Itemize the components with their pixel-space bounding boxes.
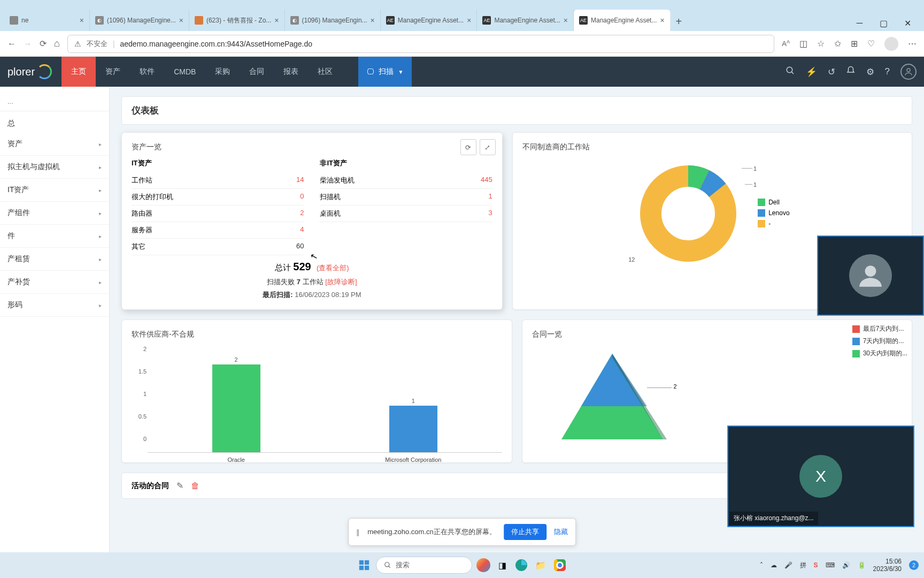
diagnose-link[interactable]: [故障诊断] bbox=[325, 278, 357, 286]
extensions-icon[interactable]: ♡ bbox=[867, 39, 875, 49]
expand-card-button[interactable]: ⤢ bbox=[480, 139, 496, 155]
reader-icon[interactable]: ◫ bbox=[799, 39, 807, 49]
close-tab-icon[interactable]: × bbox=[371, 16, 375, 25]
bell-icon[interactable] bbox=[846, 66, 856, 78]
taskbar-app-explorer[interactable]: 📁 bbox=[533, 558, 548, 573]
nav-item-资产[interactable]: 资产 bbox=[96, 57, 130, 87]
tray-onedrive-icon[interactable]: ☁ bbox=[771, 561, 777, 569]
close-tab-icon[interactable]: × bbox=[564, 16, 568, 25]
tray-volume-icon[interactable]: 🔊 bbox=[842, 561, 850, 569]
start-button[interactable] bbox=[357, 558, 372, 573]
sidebar-search[interactable]: ... bbox=[0, 92, 109, 111]
search-icon[interactable] bbox=[786, 66, 795, 78]
taskbar-app-edge[interactable] bbox=[514, 558, 529, 573]
refresh-button[interactable]: ⟳ bbox=[40, 39, 47, 49]
home-button[interactable]: ⌂ bbox=[54, 38, 60, 49]
bar-group: 1Microsoft Corporation bbox=[334, 356, 493, 452]
profile-button[interactable] bbox=[884, 37, 898, 51]
browser-tab[interactable]: ne× bbox=[4, 10, 90, 31]
sidebar-item[interactable]: 资产▸ bbox=[0, 133, 109, 156]
monitor-icon: 🖵 bbox=[367, 67, 374, 76]
user-menu[interactable] bbox=[900, 64, 917, 80]
nav-item-合同[interactable]: 合同 bbox=[240, 57, 274, 87]
legend-item: Lenovo bbox=[758, 209, 789, 217]
menu-button[interactable]: ⋯ bbox=[908, 39, 917, 49]
browser-tab[interactable]: AEManageEngine Asset...× bbox=[381, 10, 478, 31]
tray-notification-icon[interactable]: 2 bbox=[909, 560, 919, 570]
taskbar-app-chrome[interactable] bbox=[552, 558, 567, 573]
minimize-button[interactable]: ─ bbox=[848, 15, 872, 31]
asset-row: 很大的打印机0 bbox=[132, 189, 304, 206]
svg-rect-11 bbox=[359, 560, 364, 565]
bolt-icon[interactable]: ⚡ bbox=[806, 66, 817, 78]
svg-rect-13 bbox=[359, 566, 364, 570]
taskbar-search[interactable]: 搜索 bbox=[376, 557, 472, 574]
tab-title: ne bbox=[21, 17, 76, 24]
close-tab-icon[interactable]: × bbox=[660, 16, 664, 25]
taskbar-app-task-view[interactable]: ◨ bbox=[495, 558, 510, 573]
sidebar-item[interactable]: 产租赁▸ bbox=[0, 248, 109, 271]
maximize-button[interactable]: ▢ bbox=[872, 15, 896, 31]
refresh-card-button[interactable]: ⟳ bbox=[460, 139, 476, 155]
browser-tab[interactable]: AEManageEngine Asset...× bbox=[574, 10, 671, 31]
url-input[interactable]: ⚠ 不安全 | aedemo.manageengine.com.cn:9443/… bbox=[67, 35, 774, 53]
nav-item-采购[interactable]: 采购 bbox=[205, 57, 240, 87]
taskbar-app-widget[interactable] bbox=[476, 558, 490, 572]
nav-item-社区[interactable]: 社区 bbox=[308, 57, 342, 87]
close-tab-icon[interactable]: × bbox=[274, 16, 279, 25]
tray-clock[interactable]: 15:06 2023/6/30 bbox=[873, 558, 902, 573]
close-tab-icon[interactable]: × bbox=[179, 16, 183, 25]
collections-icon[interactable]: ⊞ bbox=[851, 39, 858, 49]
close-window-button[interactable]: ✕ bbox=[896, 15, 920, 31]
asset-row: 工作站14 bbox=[132, 172, 304, 189]
edit-icon[interactable]: ✎ bbox=[176, 481, 183, 491]
card-title: 资产一览 bbox=[132, 142, 492, 152]
delete-icon[interactable]: 🗑 bbox=[191, 481, 199, 491]
forward-button[interactable]: → bbox=[24, 39, 32, 49]
legend-swatch-icon bbox=[758, 220, 765, 227]
new-tab-button[interactable]: + bbox=[671, 12, 688, 31]
tray-chevron-icon[interactable]: ˄ bbox=[760, 561, 763, 569]
app-logo[interactable]: plorer bbox=[7, 64, 52, 79]
scan-button[interactable]: 🖵 扫描 ▼ bbox=[358, 57, 412, 87]
tray-ime-icon[interactable]: 拼 bbox=[800, 561, 806, 570]
nav-item-报表[interactable]: 报表 bbox=[274, 57, 308, 87]
video-tile-participant[interactable]: X 张小榕 xiaorong.zhang@z... bbox=[727, 425, 914, 527]
nav-item-CMDB[interactable]: CMDB bbox=[164, 57, 205, 87]
nav-item-软件[interactable]: 软件 bbox=[130, 57, 164, 87]
hide-sharing-button[interactable]: 隐藏 bbox=[554, 527, 568, 537]
sidebar-item[interactable]: 件▸ bbox=[0, 225, 109, 248]
svg-point-0 bbox=[787, 67, 792, 73]
text-size-icon[interactable]: AA bbox=[782, 39, 790, 48]
sidebar-item[interactable]: 产组件▸ bbox=[0, 202, 109, 225]
donut-chart bbox=[635, 160, 742, 267]
back-button[interactable]: ← bbox=[7, 39, 16, 49]
browser-tab[interactable]: (623) - 销售喜报 - Zo...× bbox=[189, 10, 285, 31]
card-title: 不同制造商的工作站 bbox=[522, 142, 902, 152]
gear-icon[interactable]: ⚙ bbox=[866, 66, 874, 78]
favorite-icon[interactable]: ☆ bbox=[817, 39, 825, 49]
video-tile-self[interactable] bbox=[817, 235, 924, 316]
close-tab-icon[interactable]: × bbox=[467, 16, 471, 25]
help-icon[interactable]: ? bbox=[885, 66, 890, 77]
tray-keyboard-icon[interactable]: ⌨ bbox=[826, 561, 835, 569]
bar-chart: 00.511.52 2Oracle1Microsoft Corporation bbox=[132, 346, 502, 453]
view-all-link[interactable]: (查看全部) bbox=[317, 264, 349, 272]
tray-mic-icon[interactable]: 🎤 bbox=[784, 561, 792, 569]
browser-tab[interactable]: ◐(1096) ManageEngine...× bbox=[90, 10, 189, 31]
tray-sogou-icon[interactable]: S bbox=[814, 561, 818, 569]
tray-battery-icon[interactable]: 🔋 bbox=[858, 561, 866, 569]
stop-sharing-button[interactable]: 停止共享 bbox=[504, 524, 546, 540]
browser-tab[interactable]: ◐(1096) ManageEngin...× bbox=[285, 10, 381, 31]
browser-tab[interactable]: AEManageEngine Asset...× bbox=[477, 10, 574, 31]
sidebar-item[interactable]: 产补货▸ bbox=[0, 271, 109, 294]
main-nav: 主页资产软件CMDB采购合同报表社区 bbox=[61, 57, 342, 87]
sidebar-item[interactable]: 拟主机与虚拟机▸ bbox=[0, 156, 109, 179]
close-tab-icon[interactable]: × bbox=[80, 16, 84, 25]
nav-item-主页[interactable]: 主页 bbox=[61, 57, 96, 87]
sidebar-item[interactable]: IT资产▸ bbox=[0, 179, 109, 202]
history-icon[interactable]: ↺ bbox=[828, 66, 835, 78]
favorites-bar-icon[interactable]: ✩ bbox=[834, 39, 841, 49]
pause-icon[interactable]: ‖ bbox=[356, 528, 360, 536]
sidebar-item[interactable]: 形码▸ bbox=[0, 294, 109, 317]
